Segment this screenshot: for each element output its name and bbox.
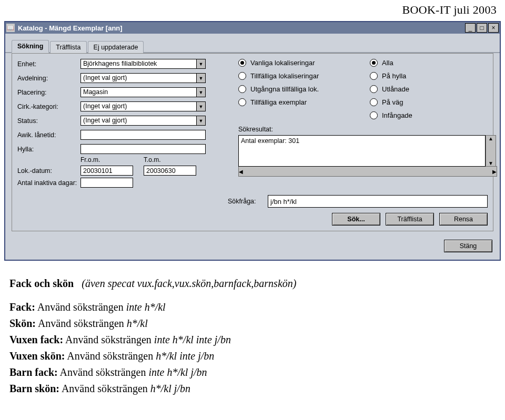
label-sokfraga: Sökfråga: xyxy=(228,198,264,205)
radio-vanliga[interactable] xyxy=(238,59,246,67)
chevron-down-icon[interactable]: ▼ xyxy=(196,116,206,126)
minimize-button[interactable]: _ xyxy=(465,23,476,33)
sok-button[interactable]: Sök... xyxy=(332,213,380,226)
doc-line-italic: inte h*/kl xyxy=(126,301,166,313)
antal-inaktiva-input[interactable] xyxy=(80,178,133,188)
search-panel: Enhet: Björkhagens filialbibliotek ▼ Avd… xyxy=(12,53,493,231)
doc-line-bold: Vuxen skön: xyxy=(9,350,65,362)
combo-enhet-text: Björkhagens filialbibliotek xyxy=(80,59,196,69)
sokresultat-box: Antal exemplar: 301 xyxy=(238,135,486,167)
radio-utgangna[interactable] xyxy=(238,85,246,93)
doc-line-bold: Fack: xyxy=(9,301,35,313)
radio-utgangna-label: Utgångna tillfälliga lok. xyxy=(250,85,319,93)
result-text: Antal exemplar: 301 xyxy=(241,137,299,145)
arrow-right-icon: ▶ xyxy=(492,169,497,175)
label-status: Status: xyxy=(17,117,80,125)
radio-pa-hylla[interactable] xyxy=(370,72,378,80)
doc-line-bold: Skön: xyxy=(9,317,36,329)
radio-pa-hylla-label: På hylla xyxy=(382,72,406,80)
rensa-button[interactable]: Rensa xyxy=(439,213,488,226)
label-sokresultat: Sökresultat: xyxy=(238,126,497,133)
from-date-input[interactable] xyxy=(80,166,133,176)
arrow-left-icon: ◀ xyxy=(239,169,243,175)
radio-pa-vag-label: På väg xyxy=(382,98,403,106)
doc-text: Fack och skön (även specat vux.fack,vux.… xyxy=(0,265,505,397)
label-placering: Placering: xyxy=(17,89,80,96)
label-antal-inaktiva: Antal inaktiva dagar: xyxy=(17,179,80,187)
doc-title-italic: (även specat vux.fack,vux.skön,barnfack,… xyxy=(82,278,296,289)
radio-tillfalliga-ex[interactable] xyxy=(238,98,246,106)
chevron-down-icon[interactable]: ▼ xyxy=(196,101,206,111)
doc-line-plain: Använd söksträngen xyxy=(63,334,154,345)
maximize-button[interactable]: □ xyxy=(477,23,487,33)
doc-line-plain: Använd söksträngen xyxy=(65,350,156,362)
combo-placering[interactable]: Magasin ▼ xyxy=(80,87,206,97)
label-lokdatum: Lok.-datum: xyxy=(17,167,80,175)
doc-line-italic: h*/kl xyxy=(127,317,148,329)
radio-utlanade-label: Utlånade xyxy=(382,85,409,93)
radio-tillfalliga-ex-label: Tillfälliga exemplar xyxy=(250,98,307,106)
label-awvik: Awik. lånetid: xyxy=(17,131,80,139)
to-date-input[interactable] xyxy=(144,166,196,176)
doc-line-plain: Använd söksträngen xyxy=(59,383,150,394)
doc-line-plain: Använd söksträngen xyxy=(36,317,127,329)
page-header: BOOK-IT juli 2003 xyxy=(0,0,505,21)
doc-line-italic: inte h*/kl j/bn xyxy=(148,366,207,378)
doc-line-plain: Använd söksträngen xyxy=(35,301,126,313)
combo-status[interactable]: (Inget val gjort) ▼ xyxy=(80,116,206,126)
combo-avdelning-text: (Inget val gjort) xyxy=(80,73,196,83)
tab-trafflista[interactable]: Träfflista xyxy=(50,41,86,53)
radio-tillfalliga-lok-label: Tillfälliga lokaliseringar xyxy=(250,72,319,80)
doc-line-plain: Använd söksträngen xyxy=(58,366,149,378)
arrow-up-icon: ▲ xyxy=(488,136,493,141)
combo-cirk[interactable]: (Inget val gjort) ▼ xyxy=(80,101,206,111)
sokfraga-input[interactable] xyxy=(268,195,488,208)
arrow-down-icon: ▼ xyxy=(488,160,493,166)
radio-infangade[interactable] xyxy=(370,111,378,119)
combo-status-text: (Inget val gjort) xyxy=(80,116,196,126)
radio-alla[interactable] xyxy=(370,59,378,67)
result-hscroll[interactable]: ◀▶ xyxy=(238,166,497,177)
chevron-down-icon[interactable]: ▼ xyxy=(196,59,206,69)
doc-line-italic: inte h*/kl inte j/bn xyxy=(154,334,231,345)
label-tom: T.o.m. xyxy=(144,156,201,163)
doc-title-bold: Fack och skön xyxy=(9,278,74,289)
titlebar: 📖 Katalog - Mängd Exemplar [ann] _ □ × xyxy=(5,22,500,34)
doc-line-italic: h*/kl inte j/bn xyxy=(156,350,214,362)
radio-utlanade[interactable] xyxy=(370,85,378,93)
window: 📖 Katalog - Mängd Exemplar [ann] _ □ × S… xyxy=(4,21,501,261)
hylla-input[interactable] xyxy=(80,144,206,154)
doc-line-italic: h*/kl j/bn xyxy=(150,383,190,394)
radio-pa-vag[interactable] xyxy=(370,98,378,106)
label-hylla: Hylla: xyxy=(17,146,80,153)
combo-enhet[interactable]: Björkhagens filialbibliotek ▼ xyxy=(80,59,206,69)
radio-alla-label: Alla xyxy=(382,59,393,67)
radio-vanliga-label: Vanliga lokaliseringar xyxy=(250,59,315,67)
chevron-down-icon[interactable]: ▼ xyxy=(196,73,206,83)
label-from: Fr.o.m. xyxy=(80,156,138,163)
label-avdelning: Avdelning: xyxy=(17,75,80,82)
tabstrip: Sökning Träfflista Ej uppdaterade xyxy=(5,34,500,53)
doc-line-bold: Barn skön: xyxy=(9,383,59,394)
window-title: Katalog - Mängd Exemplar [ann] xyxy=(18,24,464,32)
combo-placering-text: Magasin xyxy=(80,87,196,97)
doc-line-bold: Vuxen fack: xyxy=(9,334,63,345)
chevron-down-icon[interactable]: ▼ xyxy=(196,87,206,97)
app-icon: 📖 xyxy=(6,24,15,32)
awvik-input[interactable] xyxy=(80,130,206,140)
stang-button[interactable]: Stäng xyxy=(444,240,492,252)
result-vscroll[interactable]: ▲▼ xyxy=(486,135,496,167)
label-enhet: Enhet: xyxy=(17,60,80,68)
tab-sokning[interactable]: Sökning xyxy=(12,40,49,53)
radio-tillfalliga-lok[interactable] xyxy=(238,72,246,80)
doc-line-bold: Barn fack: xyxy=(9,366,58,378)
radio-infangade-label: Infångade xyxy=(382,111,412,119)
label-cirk: Cirk.-kategori: xyxy=(17,103,80,110)
combo-avdelning[interactable]: (Inget val gjort) ▼ xyxy=(80,73,206,83)
tab-ej-uppdaterade[interactable]: Ej uppdaterade xyxy=(88,41,144,53)
combo-cirk-text: (Inget val gjort) xyxy=(80,101,196,111)
trafflista-button[interactable]: Träfflista xyxy=(386,213,434,226)
close-button[interactable]: × xyxy=(488,23,499,33)
